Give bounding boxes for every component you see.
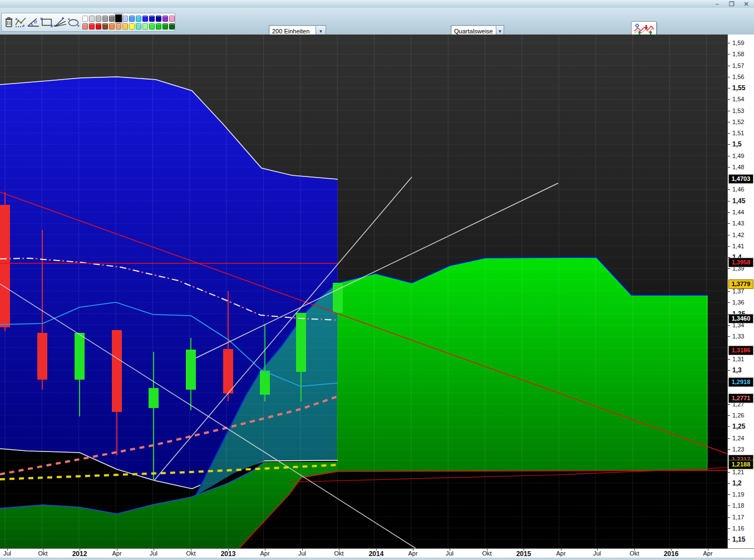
price-tick-label: 1,48 (728, 164, 754, 171)
price-tick-label: 1,51 (728, 130, 754, 137)
price-level-badge: 1,3186 (728, 346, 753, 355)
time-tick-label: Jul (298, 550, 306, 557)
svg-text:×: × (50, 23, 53, 28)
price-tick-label: 1,53 (728, 107, 754, 115)
window-controls: – ❐ ✕ (713, 1, 751, 7)
color-swatch[interactable] (136, 23, 141, 30)
time-tick-label: 2014 (369, 550, 384, 558)
chart-study-icon: + + (14, 16, 27, 28)
minimize-button[interactable]: – (713, 1, 722, 7)
color-swatch[interactable] (156, 23, 161, 30)
time-tick-label: Okt (186, 550, 195, 557)
study-chart-button[interactable]: + + (14, 15, 27, 30)
ellipse-icon: + + (67, 16, 80, 28)
price-axis[interactable]: 1,591,581,571,561,551,541,531,521,511,51… (727, 35, 754, 548)
price-tick-label: 1,46 (728, 186, 754, 193)
rectangle-tool-button[interactable]: × × (40, 15, 53, 30)
svg-text:+: + (53, 23, 56, 28)
color-swatch[interactable] (142, 23, 148, 30)
color-swatch[interactable] (96, 16, 101, 22)
color-swatch[interactable] (129, 23, 135, 30)
color-swatch[interactable] (156, 16, 161, 22)
color-swatch[interactable] (89, 23, 95, 30)
svg-text:+: + (77, 24, 80, 28)
svg-text:+: + (15, 17, 18, 22)
price-tick-label: 1,26 (728, 412, 754, 419)
price-level-badge: 1,4703 (728, 174, 753, 184)
price-tick-label: 1,3 (728, 367, 754, 374)
price-level-badge: 1,3958 (728, 258, 753, 267)
price-tick-label: 1,16 (728, 525, 754, 532)
color-swatch[interactable] (149, 16, 155, 22)
color-swatch[interactable] (162, 23, 168, 30)
color-swatch[interactable] (89, 16, 95, 22)
color-swatch[interactable] (169, 16, 175, 22)
delete-drawing-button[interactable] (3, 15, 14, 30)
trash-icon (3, 16, 14, 28)
color-swatch[interactable] (96, 23, 101, 30)
price-tick-label: 1,2 (728, 480, 754, 487)
price-tick-label: 1,25 (728, 423, 754, 430)
price-tick-label: 1,45 (728, 198, 754, 205)
color-swatch[interactable] (102, 23, 108, 30)
price-tick-label: 1,49 (728, 153, 754, 160)
price-tick-label: 1,44 (728, 209, 754, 216)
time-tick-label: Apr (260, 550, 269, 557)
price-level-badge: 1,3460 (728, 314, 753, 323)
price-chart[interactable] (0, 35, 727, 548)
price-tick-label: 1,31 (728, 356, 754, 363)
time-tick-label: Jul (150, 550, 157, 557)
price-tick-label: 1,24 (728, 435, 754, 442)
chart-canvas[interactable] (0, 35, 727, 548)
time-tick-label: Apr (112, 550, 121, 557)
toolbar: + + α × × (0, 8, 754, 35)
price-tick-label: 1,19 (728, 491, 754, 498)
color-swatch[interactable] (162, 16, 168, 22)
color-swatch[interactable] (122, 16, 128, 22)
color-swatch[interactable] (149, 23, 155, 30)
time-tick-label: 2015 (516, 550, 531, 558)
drawing-tool-panel: + + α × × (1, 13, 175, 32)
time-tick-label: Okt (482, 550, 491, 557)
ellipse-tool-button[interactable]: + + (67, 15, 80, 30)
svg-text:+: + (22, 23, 25, 28)
angle-tool-button[interactable]: α (27, 15, 40, 30)
price-tick-label: 1,56 (728, 73, 754, 81)
color-swatch[interactable] (129, 16, 135, 22)
time-tick-label: Jul (446, 550, 454, 557)
price-tick-label: 1,54 (728, 96, 754, 103)
time-tick-label: 2013 (221, 550, 236, 558)
color-swatch[interactable] (82, 23, 88, 30)
price-tick-label: 1,5 (728, 141, 754, 148)
angle-icon: α (27, 16, 40, 28)
color-swatch[interactable] (109, 16, 115, 22)
price-tick-label: 1,42 (728, 232, 754, 239)
time-tick-label: Okt (38, 550, 47, 557)
color-swatch[interactable] (82, 16, 88, 22)
time-tick-label: 2012 (72, 550, 87, 558)
color-palette (82, 15, 175, 30)
price-tick-label: 1,33 (728, 333, 754, 340)
color-swatch[interactable] (122, 23, 128, 30)
svg-text:α: α (34, 19, 37, 24)
color-swatch[interactable] (142, 16, 148, 22)
color-swatch[interactable] (169, 23, 175, 30)
restore-button[interactable]: ❐ (727, 1, 736, 7)
color-swatch[interactable] (136, 16, 141, 22)
close-button[interactable]: ✕ (742, 1, 751, 7)
color-swatch[interactable] (116, 23, 121, 30)
price-tick-label: 1,41 (728, 243, 754, 250)
price-tick-label: 1,43 (728, 220, 754, 227)
price-tick-label: 1,17 (728, 514, 754, 521)
color-swatch[interactable] (115, 14, 122, 23)
time-tick-label: Apr (703, 550, 712, 557)
price-tick-label: 1,36 (728, 299, 754, 306)
color-swatch[interactable] (109, 23, 115, 30)
time-tick-label: Okt (629, 550, 639, 557)
price-level-badge: 1,2918 (728, 377, 753, 387)
color-swatch[interactable] (102, 16, 108, 22)
svg-text:+: + (62, 16, 65, 21)
price-level-badge: 1,3779 (728, 279, 753, 289)
fan-lines-tool-button[interactable]: + + (53, 15, 67, 30)
time-axis[interactable]: JulOkt2012AprJulOkt2013AprJulOkt2014AprJ… (0, 548, 754, 558)
